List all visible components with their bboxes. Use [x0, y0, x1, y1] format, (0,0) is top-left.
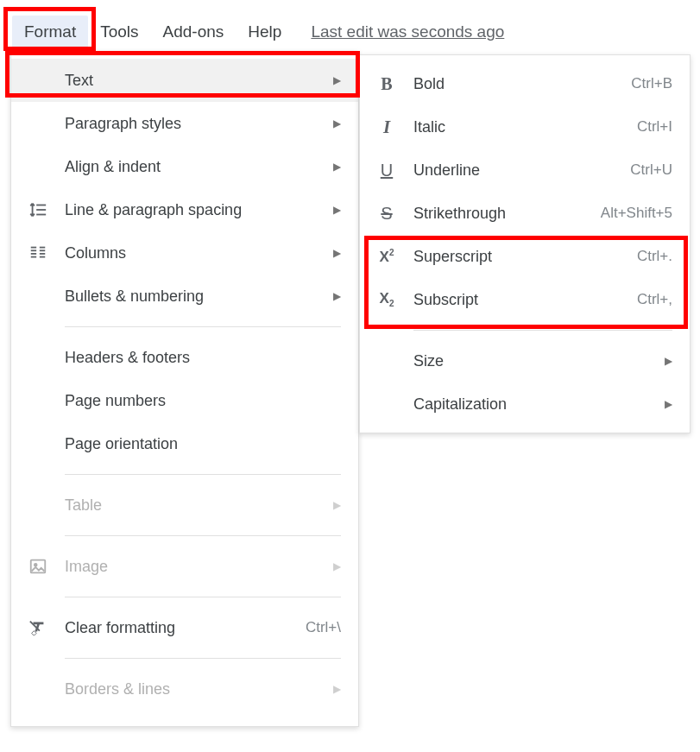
italic-icon: I — [360, 117, 413, 138]
menu-item-headers-footers[interactable]: Headers & footers — [11, 336, 358, 379]
submenu-arrow-icon: ▶ — [333, 499, 341, 511]
menu-item-label: Strikethrough — [413, 205, 592, 223]
submenu-arrow-icon: ▶ — [333, 117, 341, 130]
columns-icon — [11, 243, 65, 262]
svg-point-12 — [35, 564, 37, 566]
shortcut-label: Ctrl+B — [631, 75, 672, 92]
submenu-arrow-icon: ▶ — [333, 247, 341, 259]
last-edit-link[interactable]: Last edit was seconds ago — [311, 22, 504, 41]
menu-item-bullets-numbering[interactable]: Bullets & numbering ▶ — [11, 275, 358, 318]
menu-item-label: Clear formatting — [65, 619, 297, 637]
menu-help[interactable]: Help — [236, 16, 293, 48]
clear-formatting-icon — [11, 618, 65, 637]
shortcut-label: Ctrl+. — [637, 248, 672, 265]
strikethrough-icon: S — [360, 204, 413, 224]
menu-item-text[interactable]: Text ▶ — [11, 59, 358, 102]
menu-item-paragraph-styles[interactable]: Paragraph styles ▶ — [11, 102, 358, 145]
menu-item-borders-lines[interactable]: Borders & lines ▶ — [11, 667, 358, 711]
shortcut-label: Ctrl+I — [637, 118, 672, 136]
menu-item-strikethrough[interactable]: S Strikethrough Alt+Shift+5 — [360, 192, 690, 235]
menu-item-superscript[interactable]: X2 Superscript Ctrl+. — [360, 235, 690, 278]
menu-addons[interactable]: Add-ons — [151, 16, 236, 48]
submenu-arrow-icon: ▶ — [665, 398, 672, 410]
separator — [65, 658, 341, 659]
bold-icon: B — [360, 74, 413, 94]
menu-item-label: Subscript — [413, 291, 628, 309]
menu-tools[interactable]: Tools — [88, 16, 150, 48]
menu-item-label: Line & paragraph spacing — [65, 201, 325, 219]
menu-item-label: Text — [65, 72, 325, 90]
underline-icon: U — [360, 161, 413, 180]
format-dropdown: Text ▶ Paragraph styles ▶ Align & indent… — [10, 51, 359, 727]
menu-item-align-indent[interactable]: Align & indent ▶ — [11, 145, 358, 188]
menu-item-clear-formatting[interactable]: Clear formatting Ctrl+\ — [11, 606, 358, 649]
submenu-arrow-icon: ▶ — [333, 290, 341, 302]
shortcut-label: Alt+Shift+5 — [601, 205, 672, 222]
text-submenu: B Bold Ctrl+B I Italic Ctrl+I U Underlin… — [359, 54, 691, 433]
menu-item-label: Size — [413, 352, 656, 370]
submenu-arrow-icon: ▶ — [333, 560, 341, 572]
menubar: Format Tools Add-ons Help Last edit was … — [12, 16, 504, 48]
menu-item-label: Columns — [65, 244, 325, 262]
subscript-icon: X2 — [360, 290, 413, 308]
menu-item-label: Image — [65, 558, 325, 576]
menu-item-label: Underline — [413, 161, 621, 180]
menu-item-italic[interactable]: I Italic Ctrl+I — [360, 105, 690, 149]
menu-item-underline[interactable]: U Underline Ctrl+U — [360, 149, 690, 192]
menu-item-size[interactable]: Size ▶ — [360, 339, 690, 382]
menu-item-bold[interactable]: B Bold Ctrl+B — [360, 62, 690, 105]
menu-item-page-numbers[interactable]: Page numbers — [11, 379, 358, 422]
menu-item-label: Align & indent — [65, 158, 325, 176]
separator — [413, 330, 672, 331]
menu-item-label: Bold — [413, 75, 622, 93]
separator — [65, 474, 341, 475]
submenu-arrow-icon: ▶ — [333, 204, 341, 216]
menu-item-page-orientation[interactable]: Page orientation — [11, 422, 358, 465]
menu-item-capitalization[interactable]: Capitalization ▶ — [360, 382, 690, 426]
menu-item-subscript[interactable]: X2 Subscript Ctrl+, — [360, 278, 690, 321]
submenu-arrow-icon: ▶ — [333, 74, 341, 86]
menu-item-image[interactable]: Image ▶ — [11, 545, 358, 588]
separator — [65, 326, 341, 327]
menu-item-label: Paragraph styles — [65, 115, 325, 133]
separator — [65, 535, 341, 536]
menu-format[interactable]: Format — [12, 16, 88, 48]
submenu-arrow-icon: ▶ — [665, 355, 672, 367]
shortcut-label: Ctrl+, — [637, 291, 672, 308]
submenu-arrow-icon: ▶ — [333, 161, 341, 173]
separator — [65, 597, 341, 597]
shortcut-label: Ctrl+\ — [306, 619, 341, 636]
menu-item-table[interactable]: Table ▶ — [11, 483, 358, 527]
menu-item-line-spacing[interactable]: Line & paragraph spacing ▶ — [11, 188, 358, 231]
menu-item-label: Capitalization — [413, 395, 656, 414]
menu-item-label: Superscript — [413, 248, 628, 266]
image-icon — [11, 557, 65, 576]
line-spacing-icon — [11, 200, 65, 219]
superscript-icon: X2 — [360, 248, 413, 266]
menu-item-label: Borders & lines — [65, 680, 325, 698]
menu-item-label: Headers & footers — [65, 349, 341, 367]
menu-item-label: Page numbers — [65, 392, 341, 410]
menu-item-label: Table — [65, 496, 325, 515]
shortcut-label: Ctrl+U — [630, 161, 672, 179]
menu-item-label: Italic — [413, 118, 628, 136]
submenu-arrow-icon: ▶ — [333, 683, 341, 695]
menu-item-label: Bullets & numbering — [65, 288, 325, 306]
menu-item-columns[interactable]: Columns ▶ — [11, 231, 358, 275]
menu-item-label: Page orientation — [65, 435, 341, 453]
